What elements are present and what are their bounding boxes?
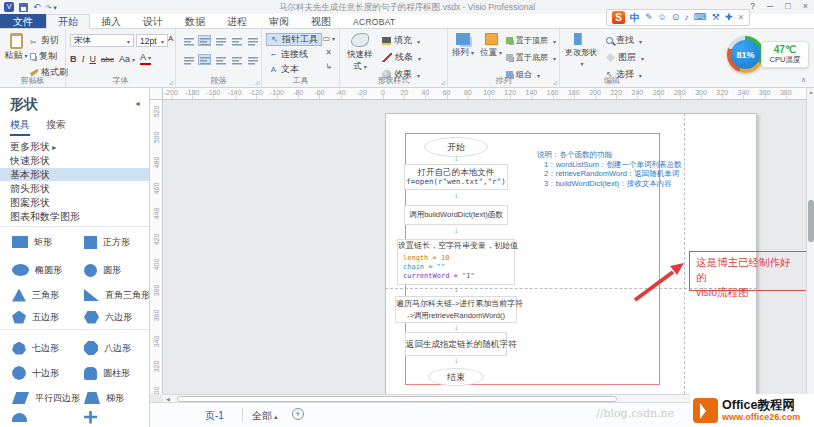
shape-master[interactable]: 直角三角形 (72, 285, 144, 305)
shape-master[interactable]: 梯形 (72, 388, 144, 408)
layers-button[interactable]: 图层 (606, 51, 644, 64)
shape-master[interactable]: 平行四边形 (0, 388, 72, 408)
shape-master[interactable]: 圆柱形 (72, 363, 144, 383)
send-to-back-button[interactable]: 置于底层 (506, 51, 556, 64)
keyboard-icon[interactable]: ⌨ (694, 11, 707, 24)
arrange-button[interactable]: 排列 (450, 33, 476, 59)
flow-step-return-result[interactable]: 返回生成指定链长的随机字符 (405, 332, 507, 356)
flow-step-init-vars[interactable]: 设置链长，空字符串变量，初始值 length = 10 chain = "" c… (397, 239, 515, 285)
sidebar-item-arrow-shapes[interactable]: 箭头形状 (0, 182, 150, 195)
align-left-icon[interactable] (182, 35, 195, 46)
page-tab[interactable]: 页-1 (205, 409, 224, 423)
shape-master[interactable] (0, 407, 72, 427)
sidebar-item-quick-shapes[interactable]: 快速形状 (0, 154, 150, 167)
shape-master[interactable]: 十边形 (0, 363, 72, 383)
pointer-tool-button[interactable]: ↖指针工具 (266, 33, 322, 46)
change-shape-button[interactable]: 更改形状 (564, 33, 598, 68)
grow-font-button[interactable]: A (168, 34, 173, 43)
ime-language-icon[interactable]: 中 (630, 11, 640, 25)
sidebar-item-charting-shapes[interactable]: 图表和数学图形 (0, 210, 150, 223)
flow-step-traverse-chain[interactable]: 遍历马尔科夫链->进行累加当前字符 ->调用retrieveRandomWord… (395, 296, 517, 323)
font-color-button[interactable]: A (140, 53, 151, 65)
rectangle-tool-button[interactable]: ▭ (322, 34, 335, 43)
help-button[interactable]: ? (750, 1, 755, 11)
strikethrough-button[interactable]: abc (101, 55, 114, 64)
sidebar-item-basic-shapes[interactable]: 基本形状 (0, 168, 150, 181)
align-middle-icon[interactable] (198, 54, 211, 65)
numbering-icon[interactable] (246, 35, 259, 46)
smiley-icon[interactable]: ☺ (658, 11, 667, 24)
connection-point-tool-button[interactable]: ✕ (325, 48, 332, 57)
tab-search[interactable]: 搜索 (46, 118, 66, 136)
bring-to-front-button[interactable]: 置于顶层 (506, 34, 556, 47)
memory-usage-ball[interactable]: 81% (727, 36, 764, 73)
sidebar-item-pattern-shapes[interactable]: 图案形状 (0, 196, 150, 209)
position-button[interactable]: 位置 (478, 33, 504, 59)
restore-button[interactable]: □ (785, 1, 790, 11)
bullets-icon[interactable] (230, 35, 243, 46)
tab-file[interactable]: 文件 (0, 14, 46, 28)
find-button[interactable]: 查找 (606, 34, 644, 47)
tab-data[interactable]: 数据 (174, 14, 216, 28)
flow-step-build-dict[interactable]: 调用buildWordDict(text)函数 (404, 205, 508, 225)
quick-styles-button[interactable]: 快速样式 (344, 33, 376, 73)
decrease-indent-icon[interactable] (230, 54, 243, 65)
shape-master[interactable]: 圆形 (72, 260, 144, 280)
align-top-icon[interactable] (182, 54, 195, 65)
font-family-select[interactable]: 宋体 (70, 34, 134, 47)
align-right-icon[interactable] (214, 35, 227, 46)
align-bottom-icon[interactable] (214, 54, 227, 65)
flow-end-shape[interactable]: 结束 (428, 368, 484, 386)
italic-button[interactable]: I (82, 54, 85, 64)
text-block-tool-button[interactable]: ↳ (325, 62, 332, 71)
tab-process[interactable]: 进程 (216, 14, 258, 28)
shape-master[interactable]: 正方形 (72, 232, 144, 252)
function-notes-text[interactable]: 说明：各个函数的功能 1：wordListSum：创建一个单词列表总数 2：re… (537, 150, 697, 188)
close-button[interactable]: × (803, 1, 808, 11)
all-pages-dropdown[interactable]: 全部 (252, 409, 277, 423)
paste-button[interactable]: 粘贴 (4, 33, 28, 73)
tab-home[interactable]: 开始 (46, 14, 90, 29)
shape-master[interactable]: 椭圆形 (0, 260, 72, 280)
save-icon[interactable] (19, 3, 28, 12)
sidebar-item-more-shapes[interactable]: 更多形状 (0, 140, 150, 153)
bold-button[interactable]: B (70, 54, 77, 64)
ime-close-icon[interactable]: ✕ (737, 13, 744, 22)
undo-icon[interactable] (33, 2, 41, 13)
copy-button[interactable]: 复制 (30, 50, 68, 63)
skin-icon[interactable]: ✚ (725, 11, 733, 24)
shape-master[interactable]: 五边形 (0, 307, 72, 327)
vertical-scrollbar[interactable]: ▲ ▼ (806, 88, 814, 402)
cpu-monitor-widget[interactable]: 81% 47℃ CPU温度 (727, 36, 809, 73)
shape-master[interactable]: 八边形 (72, 338, 144, 358)
add-page-button[interactable] (292, 408, 304, 420)
visio-app-icon[interactable] (4, 2, 14, 12)
collapse-panel-icon[interactable] (134, 98, 141, 108)
tab-insert[interactable]: 插入 (90, 14, 132, 28)
tab-acrobat[interactable]: ACROBAT (342, 14, 407, 28)
shape-master[interactable] (72, 407, 144, 427)
toolbox-icon[interactable]: ⚒ (712, 11, 720, 24)
tab-view[interactable]: 视图 (300, 14, 342, 28)
redo-icon[interactable] (46, 2, 57, 13)
sogou-logo-icon[interactable]: S (612, 11, 625, 24)
underline-button[interactable]: U (90, 54, 97, 64)
shape-master[interactable]: 矩形 (0, 232, 72, 252)
drawing-viewport[interactable]: 开始 打开自己的本地文件 f=open(r"wen.txt","r") 调用bu… (163, 100, 806, 394)
cut-button[interactable]: 剪切 (30, 34, 68, 47)
pen-icon[interactable]: ✎ (645, 11, 653, 24)
connector-tool-button[interactable]: ⌐连接线 (266, 48, 322, 61)
line-button[interactable]: 线条 (382, 51, 421, 64)
font-size-select[interactable]: 12pt (136, 34, 168, 47)
cpu-temperature-pill[interactable]: 47℃ CPU温度 (761, 41, 809, 68)
shape-master[interactable]: 七边形 (0, 338, 72, 358)
shape-master[interactable]: 三角形 (0, 285, 72, 305)
tab-stencils[interactable]: 模具 (10, 118, 30, 136)
change-case-button[interactable]: Aa (119, 54, 135, 64)
shape-master[interactable]: 六边形 (72, 307, 144, 327)
align-center-icon[interactable] (198, 35, 211, 46)
increase-indent-icon[interactable] (246, 54, 259, 65)
tab-review[interactable]: 审阅 (258, 14, 300, 28)
vertical-scrollbar-thumb[interactable] (808, 200, 814, 242)
mic-icon[interactable]: ♪ (684, 11, 689, 24)
